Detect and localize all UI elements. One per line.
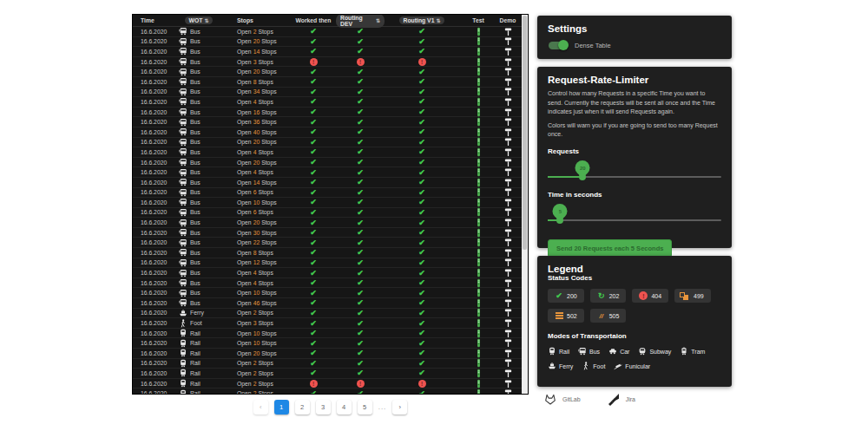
demo-cell[interactable]: [497, 178, 518, 187]
demo-cell[interactable]: [497, 379, 518, 388]
test-cell[interactable]: [459, 167, 497, 177]
test-cell[interactable]: [459, 228, 497, 238]
demo-cell[interactable]: [497, 198, 518, 207]
test-cell[interactable]: [459, 178, 497, 187]
status-mark: [357, 349, 364, 357]
demo-cell[interactable]: [497, 318, 518, 328]
demo-cell[interactable]: [497, 97, 518, 107]
test-cell[interactable]: [459, 87, 497, 96]
time-slider[interactable]: [548, 219, 721, 221]
pagination-page-button[interactable]: 1: [274, 400, 289, 415]
demo-cell[interactable]: [497, 77, 518, 87]
pagination-page-button[interactable]: 5: [358, 400, 372, 415]
stops-word: Stops: [258, 250, 273, 256]
demo-cell[interactable]: [497, 278, 518, 288]
test-cell[interactable]: [459, 388, 497, 395]
test-cell[interactable]: [459, 57, 497, 67]
demo-cell[interactable]: [497, 218, 518, 227]
test-cell[interactable]: [459, 238, 497, 247]
test-cell[interactable]: [459, 67, 497, 76]
status-mark: [357, 168, 364, 177]
test-cell[interactable]: [459, 47, 497, 56]
demo-cell[interactable]: [497, 27, 518, 36]
demo-cell[interactable]: [497, 167, 518, 177]
demo-cell[interactable]: [497, 187, 518, 197]
test-cell[interactable]: [459, 349, 497, 358]
demo-cell[interactable]: [497, 358, 518, 368]
requests-slider[interactable]: [548, 176, 721, 178]
gitlab-link[interactable]: GitLab: [543, 392, 581, 406]
test-cell[interactable]: [459, 298, 497, 308]
test-cell[interactable]: [459, 248, 497, 258]
demo-cell[interactable]: [497, 349, 518, 358]
pagination-page-button[interactable]: 4: [337, 400, 352, 415]
pagination-prev-button[interactable]: ‹: [253, 400, 268, 415]
demo-cell[interactable]: [497, 228, 518, 238]
test-cell[interactable]: [459, 278, 497, 288]
test-cell[interactable]: [459, 77, 497, 87]
test-cell[interactable]: [459, 318, 497, 328]
jira-link[interactable]: Jira: [607, 392, 635, 406]
test-cell[interactable]: [459, 108, 497, 117]
demo-cell[interactable]: [497, 137, 518, 147]
pagination-page-button[interactable]: 3: [316, 400, 331, 415]
test-cell[interactable]: [459, 358, 497, 368]
dense-table-toggle[interactable]: [548, 40, 569, 50]
send-requests-button[interactable]: Send 20 Requests each 5 Seconds: [548, 239, 672, 258]
demo-cell[interactable]: [497, 127, 518, 137]
demo-cell[interactable]: [497, 87, 518, 96]
test-cell[interactable]: [459, 36, 497, 46]
test-cell[interactable]: [459, 207, 497, 217]
demo-cell[interactable]: [497, 308, 518, 317]
demo-cell[interactable]: [497, 258, 518, 267]
test-cell[interactable]: [459, 329, 497, 338]
test-cell[interactable]: [459, 258, 497, 267]
test-cell[interactable]: [459, 198, 497, 207]
sort-routing-dev-button[interactable]: Routing DEV ⇅: [336, 14, 385, 28]
demo-cell[interactable]: [497, 47, 518, 56]
demo-cell[interactable]: [497, 67, 518, 76]
pagination-page-button[interactable]: 2: [295, 400, 310, 415]
demo-cell[interactable]: [497, 238, 518, 247]
stops-open-word: Open: [237, 209, 252, 215]
test-cell[interactable]: [459, 218, 497, 227]
test-cell[interactable]: [459, 147, 497, 157]
sort-wot-button[interactable]: WOT ⇅: [185, 16, 214, 24]
test-cell[interactable]: [459, 308, 497, 317]
test-cell[interactable]: [459, 127, 497, 137]
test-cell[interactable]: [459, 288, 497, 297]
test-cell[interactable]: [459, 369, 497, 378]
test-cell[interactable]: [459, 379, 497, 388]
test-cell[interactable]: [459, 97, 497, 107]
test-cell[interactable]: [459, 338, 497, 348]
test-cell[interactable]: [459, 268, 497, 278]
time-slider-thumb[interactable]: [556, 217, 563, 224]
demo-cell[interactable]: [497, 369, 518, 378]
test-cell[interactable]: [459, 187, 497, 197]
demo-cell[interactable]: [497, 288, 518, 297]
test-cell[interactable]: [459, 117, 497, 127]
mode-label: Bus: [190, 230, 201, 236]
demo-cell[interactable]: [497, 158, 518, 167]
table-scrollbar[interactable]: [522, 15, 528, 394]
pagination-next-button[interactable]: ›: [392, 400, 407, 415]
demo-cell[interactable]: [497, 147, 518, 157]
test-cell[interactable]: [459, 27, 497, 36]
demo-cell[interactable]: [497, 57, 518, 67]
demo-cell[interactable]: [497, 36, 518, 46]
demo-cell[interactable]: [497, 207, 518, 217]
sort-routing-v1-button[interactable]: Routing V1 ⇅: [399, 16, 445, 24]
demo-cell[interactable]: [497, 268, 518, 278]
demo-cell[interactable]: [497, 248, 518, 258]
demo-cell[interactable]: [497, 338, 518, 348]
worked-then-status: [291, 319, 336, 328]
requests-slider-thumb[interactable]: [579, 173, 586, 180]
test-cell[interactable]: [459, 137, 497, 147]
demo-cell[interactable]: [497, 117, 518, 127]
demo-cell[interactable]: [497, 108, 518, 117]
demo-cell[interactable]: [497, 298, 518, 308]
demo-cell[interactable]: [497, 329, 518, 338]
scrollbar-thumb[interactable]: [523, 16, 527, 250]
test-cell[interactable]: [459, 158, 497, 167]
demo-cell[interactable]: [497, 388, 518, 395]
